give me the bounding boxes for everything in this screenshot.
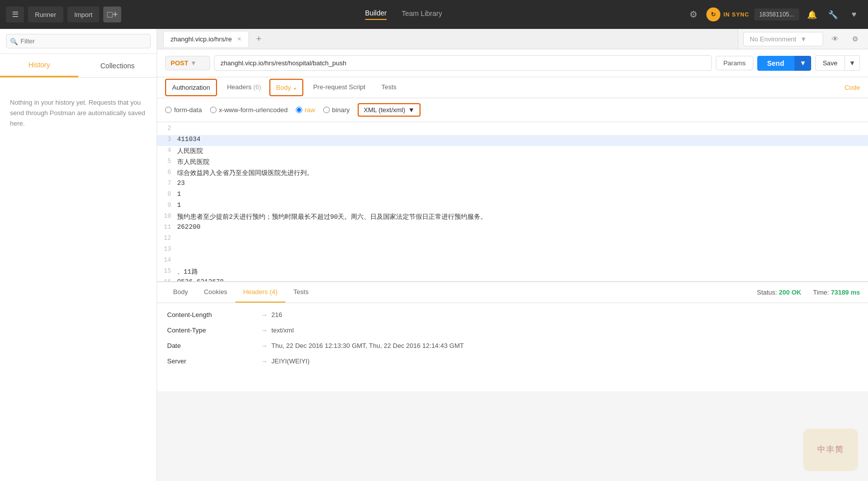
body-tab[interactable]: Body ● — [269, 79, 303, 96]
params-button[interactable]: Params — [716, 56, 753, 70]
team-library-tab[interactable]: Team Library — [402, 9, 442, 20]
sidebar-toggle-button[interactable]: ☰ — [6, 6, 24, 22]
line-content: 1 — [177, 201, 868, 212]
url-input[interactable] — [214, 55, 712, 71]
form-data-option[interactable]: form-data — [165, 106, 202, 114]
code-line: 4人民医院 — [157, 146, 868, 157]
header-arrow-icon: → — [261, 311, 267, 319]
response-header-row: Content-Type→text/xml — [167, 326, 858, 334]
runner-button[interactable]: Runner — [28, 6, 63, 22]
response-tabs: Body Cookies Headers (4) Tests Status: 2… — [157, 282, 868, 303]
line-content: 、11路 — [177, 267, 868, 278]
send-dropdown-button[interactable]: ▼ — [794, 56, 811, 71]
line-number: 5 — [157, 157, 177, 168]
user-button[interactable]: 183581105... — [754, 8, 799, 20]
sync-status: IN SYNC — [723, 11, 749, 17]
response-header-row: Date→Thu, 22 Dec 2016 12:13:30 GMT, Thu,… — [167, 342, 858, 349]
code-editor[interactable]: 234110344人民医院5市人民医院6综合效益跨入全省乃至全国同级医院先进行列… — [157, 122, 868, 282]
line-number: 10 — [157, 212, 177, 223]
code-line: 6综合效益跨入全省乃至全国同级医院先进行列。 — [157, 168, 868, 179]
line-number: 15 — [157, 267, 177, 278]
save-button-group: Save ▼ — [815, 55, 860, 71]
headers-tab[interactable]: Headers (6) — [219, 77, 269, 98]
settings-icon-button[interactable]: ⚙ — [685, 6, 701, 22]
body-options: form-data x-www-form-urlencoded raw bina… — [157, 98, 868, 122]
code-line: 15、11路 — [157, 267, 868, 278]
sidebar: 🔍 History Collections Nothing in your hi… — [0, 29, 157, 481]
history-tab[interactable]: History — [0, 54, 78, 77]
wrench-button[interactable]: 🔧 — [825, 6, 841, 22]
import-button[interactable]: Import — [67, 6, 100, 22]
header-value: JEIYI(WEIYI) — [271, 357, 310, 365]
main-layout: 🔍 History Collections Nothing in your hi… — [0, 29, 868, 481]
line-number: 6 — [157, 168, 177, 179]
code-line: 14 — [157, 256, 868, 267]
new-tab-button[interactable]: □+ — [103, 6, 121, 22]
line-content: 23 — [177, 179, 868, 190]
code-link[interactable]: Code — [845, 84, 860, 91]
search-icon: 🔍 — [10, 37, 18, 45]
filter-input[interactable] — [6, 34, 151, 48]
tab-url-label: zhanghl.vicp.io/hrs/re — [171, 35, 232, 43]
tests-tab[interactable]: Tests — [373, 77, 404, 98]
current-tab: zhanghl.vicp.io/hrs/re ✕ — [163, 31, 249, 47]
header-name: Content-Type — [167, 326, 257, 334]
add-tab-button[interactable]: + — [253, 33, 265, 45]
watermark-text: 中丰简 — [817, 445, 844, 455]
raw-option[interactable]: raw — [296, 106, 315, 114]
format-selector[interactable]: XML (text/xml) ▼ — [358, 103, 421, 117]
method-dropdown-icon: ▼ — [190, 59, 197, 67]
line-number: 7 — [157, 179, 177, 190]
sidebar-icon: ☰ — [12, 10, 18, 19]
builder-tab[interactable]: Builder — [365, 9, 387, 20]
header-arrow-icon: → — [261, 357, 267, 365]
env-eye-button[interactable]: 👁 — [827, 31, 843, 47]
authorization-tab[interactable]: Authorization — [165, 79, 217, 96]
line-content: 0536-6212678 — [177, 278, 868, 282]
url-bar: POST ▼ Params Send ▼ Save ▼ — [157, 49, 868, 77]
env-selector[interactable]: No Environment ▼ — [743, 32, 823, 46]
method-selector[interactable]: POST ▼ — [165, 56, 210, 70]
method-value: POST — [171, 59, 188, 67]
save-dropdown-button[interactable]: ▼ — [845, 55, 860, 71]
code-line: 2 — [157, 124, 868, 135]
tab-bar: zhanghl.vicp.io/hrs/re ✕ + — [157, 29, 738, 49]
code-line: 91 — [157, 201, 868, 212]
line-number: 3 — [157, 135, 177, 146]
send-button[interactable]: Send — [757, 56, 794, 71]
code-line: 81 — [157, 190, 868, 201]
save-button[interactable]: Save — [815, 55, 845, 71]
code-line: 5市人民医院 — [157, 157, 868, 168]
urlencoded-option[interactable]: x-www-form-urlencoded — [210, 106, 288, 114]
header-value: Thu, 22 Dec 2016 12:13:30 GMT, Thu, 22 D… — [271, 342, 464, 349]
tab-close-button[interactable]: ✕ — [237, 36, 241, 42]
collections-tab[interactable]: Collections — [78, 54, 157, 77]
heart-button[interactable]: ♥ — [846, 6, 862, 22]
resp-cookies-tab[interactable]: Cookies — [196, 282, 235, 303]
format-dropdown-icon: ▼ — [408, 106, 415, 114]
code-line: 12 — [157, 234, 868, 245]
sync-circle: ↻ — [706, 7, 720, 21]
new-icon: □+ — [107, 9, 118, 20]
line-content — [177, 245, 868, 256]
line-content: 市人民医院 — [177, 157, 868, 168]
code-line: 3411034 — [157, 135, 868, 146]
sync-icon: ↻ — [711, 11, 716, 18]
header-name: Server — [167, 357, 257, 365]
binary-option[interactable]: binary — [323, 106, 350, 114]
sync-area: ↻ IN SYNC — [706, 7, 749, 21]
resp-tests-tab[interactable]: Tests — [285, 282, 316, 303]
pre-request-tab[interactable]: Pre-request Script — [305, 77, 374, 98]
line-number: 12 — [157, 234, 177, 245]
line-content — [177, 256, 868, 267]
resp-headers-tab[interactable]: Headers (4) — [235, 282, 286, 303]
env-gear-button[interactable]: ⚙ — [847, 31, 863, 47]
code-line: 13 — [157, 245, 868, 256]
resp-body-tab[interactable]: Body — [165, 282, 196, 303]
line-number: 16 — [157, 278, 177, 282]
bell-button[interactable]: 🔔 — [804, 6, 820, 22]
code-line: 160536-6212678 — [157, 278, 868, 282]
status-value: 200 OK — [779, 289, 801, 296]
line-content: 人民医院 — [177, 146, 868, 157]
line-number: 4 — [157, 146, 177, 157]
